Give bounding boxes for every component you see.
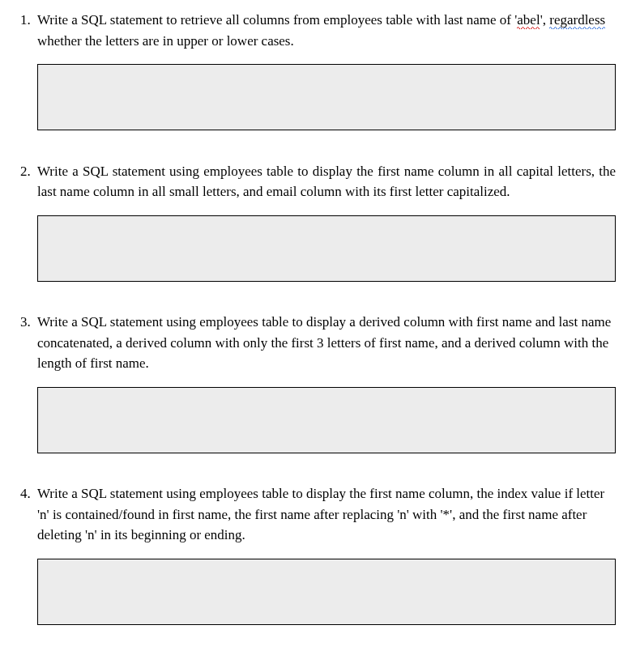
prompt-text: ', [540, 12, 550, 28]
question-item-3: Write a SQL statement using employees ta… [34, 312, 616, 459]
prompt-text: Write a SQL statement using employees ta… [37, 164, 616, 200]
prompt-text: Write a SQL statement to retrieve all co… [37, 12, 517, 28]
grammar-error-word: regardless [549, 12, 605, 29]
answer-input-4[interactable] [37, 559, 616, 625]
question-prompt: Write a SQL statement using employees ta… [37, 312, 616, 374]
question-item-1: Write a SQL statement to retrieve all co… [34, 10, 616, 137]
question-prompt: Write a SQL statement to retrieve all co… [37, 10, 616, 51]
answer-input-1[interactable] [37, 64, 616, 130]
answer-input-3[interactable] [37, 387, 616, 453]
question-list: Write a SQL statement to retrieve all co… [8, 10, 616, 631]
answer-input-2[interactable] [37, 215, 616, 282]
question-prompt: Write a SQL statement using employees ta… [37, 161, 616, 202]
question-item-2: Write a SQL statement using employees ta… [34, 161, 616, 288]
question-prompt: Write a SQL statement using employees ta… [37, 483, 616, 546]
spelling-error-word: abel [517, 12, 540, 29]
prompt-text: Write a SQL statement using employees ta… [37, 486, 604, 542]
question-item-4: Write a SQL statement using employees ta… [34, 483, 616, 631]
prompt-text: whether the letters are in upper or lowe… [37, 33, 294, 49]
prompt-text: Write a SQL statement using employees ta… [37, 314, 611, 371]
document-page: Write a SQL statement to retrieve all co… [0, 0, 640, 672]
